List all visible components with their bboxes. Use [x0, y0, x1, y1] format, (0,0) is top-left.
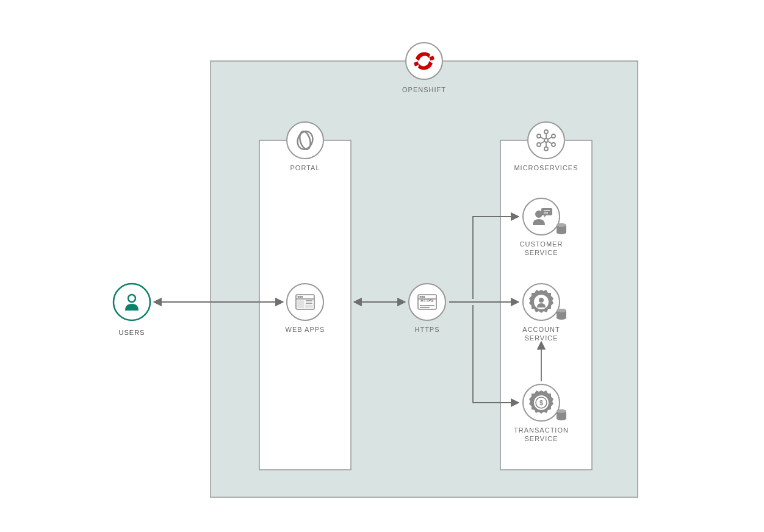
- svg-point-21: [301, 297, 303, 298]
- svg-point-39: [539, 298, 544, 303]
- transaction-db-icon: [557, 409, 566, 420]
- svg-rect-25: [306, 305, 312, 307]
- users-label: USERS: [114, 328, 150, 337]
- svg-point-10: [544, 138, 548, 142]
- svg-point-46: [557, 409, 566, 413]
- customer-db-icon: [557, 223, 566, 234]
- svg-point-15: [537, 143, 541, 146]
- svg-point-29: [422, 297, 423, 298]
- account-db-icon: [557, 309, 566, 320]
- svg-point-19: [298, 297, 299, 298]
- svg-point-20: [300, 297, 301, 298]
- svg-point-41: [557, 309, 566, 312]
- portal-icon-bg: [287, 122, 323, 159]
- svg-point-30: [423, 297, 425, 298]
- webapps-label: WEB APPS: [278, 325, 333, 334]
- webapps-icon-bg: [287, 284, 323, 320]
- svg-point-11: [544, 130, 548, 134]
- svg-point-13: [552, 143, 555, 146]
- https-label: HTTPS: [406, 325, 449, 334]
- portal-label: PORTAL: [281, 164, 330, 172]
- svg-point-12: [552, 134, 555, 138]
- svg-point-28: [420, 297, 421, 298]
- svg-point-37: [557, 223, 566, 227]
- svg-rect-22: [298, 301, 304, 307]
- openshift-label: OPENSHIFT: [394, 85, 455, 94]
- transaction-service-label: TRANSACTIONSERVICE: [506, 426, 576, 444]
- svg-point-14: [544, 147, 548, 151]
- svg-text:$: $: [539, 399, 543, 406]
- microservices-label: MICROSERVICES: [510, 164, 583, 172]
- customer-service-label: CUSTOMERSERVICE: [511, 240, 572, 257]
- https-badge-text: HTTPS: [420, 298, 434, 303]
- openshift-icon-bg: [406, 43, 442, 79]
- account-service-label: ACCOUNTSERVICE: [511, 325, 572, 343]
- svg-point-16: [537, 134, 541, 138]
